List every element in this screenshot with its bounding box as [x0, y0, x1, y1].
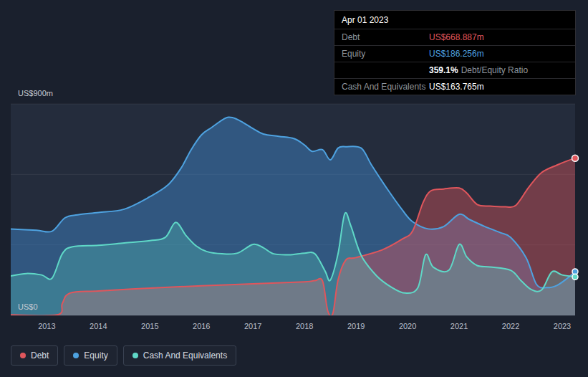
- x-axis-tick-label: 2018: [296, 322, 313, 330]
- x-axis-tick-label: 2021: [450, 322, 468, 330]
- legend-label: Debt: [31, 350, 49, 361]
- tooltip-ratio-label: Debt/Equity Ratio: [461, 65, 528, 75]
- tooltip-cash-value: US$163.765m: [429, 82, 568, 92]
- cash-and-equivalents-end-marker: [572, 274, 578, 280]
- x-axis-tick-label: 2017: [244, 322, 261, 330]
- tooltip-ratio-row: 359.1%Debt/Equity Ratio: [334, 62, 575, 78]
- tooltip-equity-value: US$186.256m: [429, 49, 568, 59]
- y-axis-max-label: US$900m: [18, 89, 53, 97]
- debt-legend-dot-icon: [20, 353, 26, 358]
- x-axis-tick-label: 2013: [38, 322, 55, 330]
- tooltip-debt-label: Debt: [342, 32, 429, 42]
- tooltip-equity-row: Equity US$186.256m: [334, 45, 575, 62]
- tooltip-ratio-value: 359.1%: [429, 65, 458, 75]
- chart-tooltip: Apr 01 2023 Debt US$668.887m Equity US$1…: [334, 10, 576, 95]
- x-axis-tick-label: 2019: [347, 322, 365, 330]
- tooltip-cash-row: Cash And Equivalents US$163.765m: [334, 78, 575, 95]
- x-axis-tick-label: 2022: [502, 322, 519, 330]
- debt-end-marker: [572, 155, 579, 161]
- legend-item-cash-and-equivalents[interactable]: Cash And Equivalents: [123, 345, 236, 366]
- legend-label: Cash And Equivalents: [143, 350, 227, 361]
- chart-legend: DebtEquityCash And Equivalents: [11, 345, 236, 366]
- legend-item-equity[interactable]: Equity: [64, 345, 117, 366]
- tooltip-equity-label: Equity: [342, 49, 429, 59]
- tooltip-debt-value: US$668.887m: [429, 32, 568, 42]
- tooltip-debt-row: Debt US$668.887m: [334, 29, 575, 45]
- x-axis-tick-label: 2015: [141, 322, 158, 330]
- cash-and-equivalents-legend-dot-icon: [132, 353, 138, 358]
- tooltip-cash-label: Cash And Equivalents: [342, 82, 429, 92]
- equity-legend-dot-icon: [73, 353, 79, 358]
- x-axis-tick-label: 2014: [90, 322, 107, 330]
- x-axis-tick-label: 2016: [193, 322, 210, 330]
- x-axis-tick-label: 2020: [399, 322, 416, 330]
- x-axis-tick-label: 2023: [554, 322, 571, 330]
- legend-item-debt[interactable]: Debt: [11, 345, 58, 366]
- y-axis-min-label: US$0: [18, 302, 38, 311]
- tooltip-date: Apr 01 2023: [334, 11, 575, 29]
- legend-label: Equity: [84, 350, 107, 361]
